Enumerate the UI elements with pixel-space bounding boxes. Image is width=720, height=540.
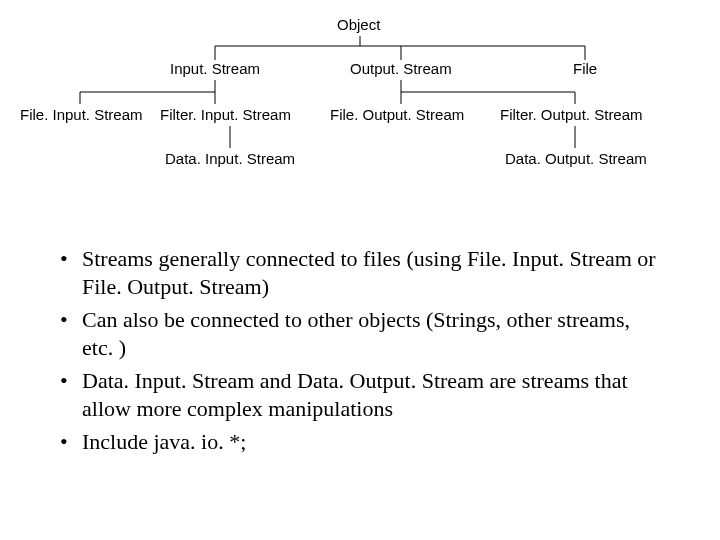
- bullet-list-container: Streams generally connected to files (us…: [60, 245, 660, 462]
- bullet-list: Streams generally connected to files (us…: [60, 245, 660, 456]
- node-file-output-stream: File. Output. Stream: [330, 106, 464, 123]
- node-file-input-stream: File. Input. Stream: [20, 106, 143, 123]
- node-data-output-stream: Data. Output. Stream: [505, 150, 647, 167]
- node-input-stream: Input. Stream: [170, 60, 260, 77]
- bullet-item: Can also be connected to other objects (…: [60, 306, 660, 361]
- node-output-stream: Output. Stream: [350, 60, 452, 77]
- node-filter-input-stream: Filter. Input. Stream: [160, 106, 291, 123]
- bullet-item: Streams generally connected to files (us…: [60, 245, 660, 300]
- node-object: Object: [337, 16, 380, 33]
- bullet-item: Include java. io. *;: [60, 428, 660, 456]
- bullet-item: Data. Input. Stream and Data. Output. St…: [60, 367, 660, 422]
- node-filter-output-stream: Filter. Output. Stream: [500, 106, 643, 123]
- node-data-input-stream: Data. Input. Stream: [165, 150, 295, 167]
- class-hierarchy-diagram: Object Input. Stream Output. Stream File…: [0, 0, 720, 210]
- node-file: File: [573, 60, 597, 77]
